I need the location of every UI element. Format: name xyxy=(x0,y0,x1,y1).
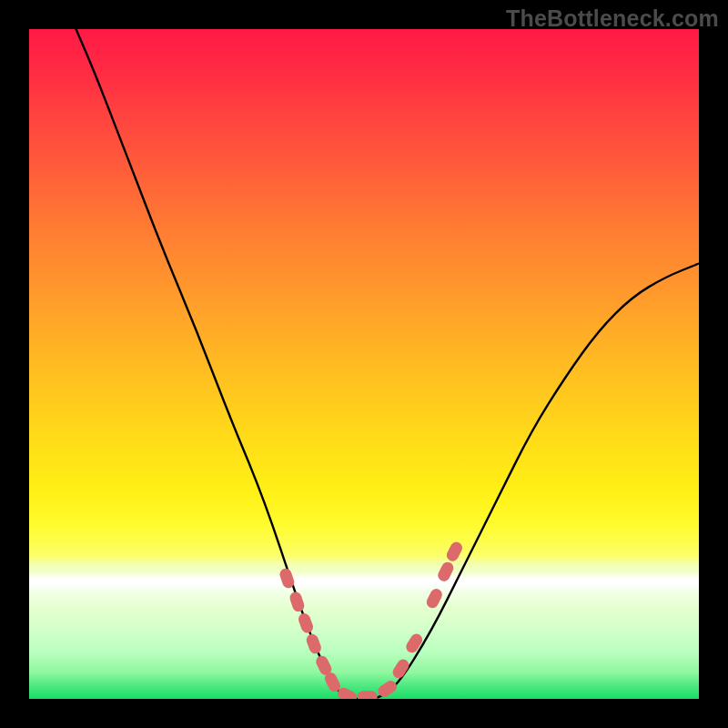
curve-layer xyxy=(29,29,699,699)
chart-frame: TheBottleneck.com xyxy=(0,0,728,728)
highlight-pill xyxy=(436,560,455,582)
watermark-text: TheBottleneck.com xyxy=(506,5,719,32)
highlight-pill xyxy=(404,632,425,655)
highlight-pill xyxy=(288,591,306,613)
plot-area xyxy=(29,29,699,699)
bottleneck-curve xyxy=(76,29,700,699)
highlight-pill xyxy=(305,632,323,655)
highlight-pill xyxy=(358,691,378,699)
highlight-pill xyxy=(445,540,464,562)
highlight-pill xyxy=(297,612,315,634)
highlight-pill xyxy=(425,587,444,610)
